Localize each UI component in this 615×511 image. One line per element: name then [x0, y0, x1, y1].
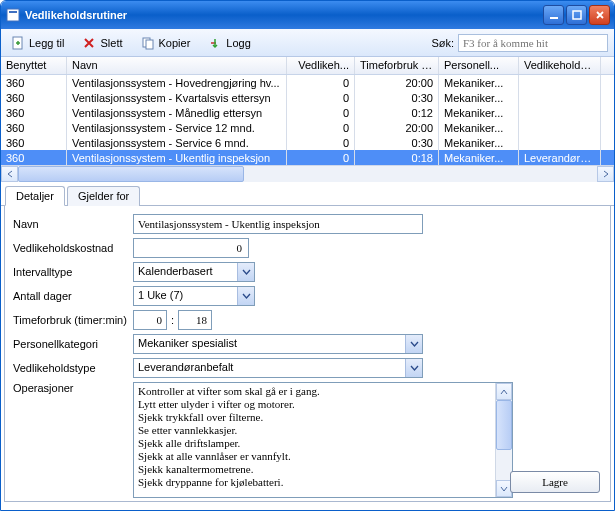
operation-line: Sjekk at alle vannlåser er vannfylt. — [138, 450, 508, 463]
combo-intervalltype[interactable]: Kalenderbasert — [133, 262, 255, 282]
table-row[interactable]: 360Ventilasjonssystem - Kvartalsvis ette… — [1, 90, 614, 105]
copy-button[interactable]: Kopier — [137, 34, 195, 52]
cell: 0:12 — [355, 105, 439, 120]
tab-gjelder-for[interactable]: Gjelder for — [67, 186, 140, 206]
cell: Mekaniker... — [439, 75, 519, 90]
scroll-right-icon[interactable] — [597, 166, 614, 182]
window-icon — [5, 7, 21, 23]
page-add-icon — [11, 36, 25, 50]
cell: Mekaniker... — [439, 90, 519, 105]
log-button[interactable]: Logg — [204, 34, 254, 52]
operation-line: Sjekk alle driftslamper. — [138, 437, 508, 450]
label-navn: Navn — [13, 218, 133, 230]
combo-type[interactable]: Leverandøranbefalt — [133, 358, 423, 378]
time-colon: : — [167, 314, 178, 326]
svg-rect-6 — [146, 40, 153, 49]
scroll-thumb[interactable] — [18, 166, 244, 182]
save-button[interactable]: Lagre — [510, 471, 600, 493]
grid-horizontal-scrollbar[interactable] — [1, 165, 614, 182]
detail-form: Navn Vedlikeholdskostnad Intervalltype K… — [4, 206, 611, 502]
combo-personell-value: Mekaniker spesialist — [134, 335, 405, 353]
maximize-button[interactable] — [566, 5, 587, 25]
svg-rect-3 — [573, 11, 581, 19]
input-minutes[interactable] — [178, 310, 212, 330]
scroll-left-icon[interactable] — [1, 166, 18, 182]
chevron-down-icon[interactable] — [405, 359, 422, 377]
combo-intervalltype-value: Kalenderbasert — [134, 263, 237, 281]
cell — [519, 120, 601, 135]
delete-x-icon — [82, 36, 96, 50]
combo-dager[interactable]: 1 Uke (7) — [133, 286, 255, 306]
log-arrow-icon — [208, 36, 222, 50]
tabstrip: Detaljer Gjelder for — [1, 186, 614, 206]
cell — [519, 75, 601, 90]
cell: Ventilasjonssystem - Service 6 mnd. — [67, 135, 287, 150]
cell: Ventilasjonssystem - Månedlig ettersyn — [67, 105, 287, 120]
cell: 0 — [287, 150, 355, 165]
svg-rect-1 — [9, 11, 17, 13]
table-row[interactable]: 360Ventilasjonssystem - Månedlig ettersy… — [1, 105, 614, 120]
table-row[interactable]: 360Ventilasjonssystem - Ukentlig inspeks… — [1, 150, 614, 165]
combo-type-value: Leverandøranbefalt — [134, 359, 405, 377]
cell: 0 — [287, 75, 355, 90]
cell: 0:30 — [355, 90, 439, 105]
window-titlebar: Vedlikeholdsrutiner — [1, 1, 614, 29]
minimize-button[interactable] — [543, 5, 564, 25]
cell: 360 — [1, 135, 67, 150]
toolbar: Legg til Slett Kopier Logg Søk: — [1, 29, 614, 57]
cell: 0 — [287, 90, 355, 105]
cell — [519, 105, 601, 120]
cell — [519, 135, 601, 150]
cell: Mekaniker... — [439, 135, 519, 150]
combo-personell[interactable]: Mekaniker spesialist — [133, 334, 423, 354]
cell — [519, 90, 601, 105]
cell: 20:00 — [355, 120, 439, 135]
chevron-down-icon[interactable] — [405, 335, 422, 353]
table-row[interactable]: 360Ventilasjonssystem - Service 12 mnd.0… — [1, 120, 614, 135]
copy-label: Kopier — [159, 37, 191, 49]
cell: 0 — [287, 135, 355, 150]
cell: Mekaniker... — [439, 105, 519, 120]
cell: Mekaniker... — [439, 120, 519, 135]
tab-detaljer[interactable]: Detaljer — [5, 186, 65, 206]
col-header-vedlikeh[interactable]: Vedlikeh... — [287, 57, 355, 74]
search-box: Søk: — [431, 34, 608, 52]
combo-dager-value: 1 Uke (7) — [134, 287, 237, 305]
cell: 20:00 — [355, 75, 439, 90]
log-label: Logg — [226, 37, 250, 49]
window-title: Vedlikeholdsrutiner — [25, 9, 541, 21]
table-row[interactable]: 360Ventilasjonssystem - Hovedrengjøring … — [1, 75, 614, 90]
close-button[interactable] — [589, 5, 610, 25]
chevron-down-icon[interactable] — [237, 287, 254, 305]
col-header-benyttet[interactable]: Benyttet — [1, 57, 67, 74]
delete-button[interactable]: Slett — [78, 34, 126, 52]
chevron-down-icon[interactable] — [237, 263, 254, 281]
svg-rect-2 — [550, 17, 558, 19]
search-label: Søk: — [431, 37, 454, 49]
cell: 0 — [287, 105, 355, 120]
scroll-thumb[interactable] — [496, 400, 512, 450]
input-navn[interactable] — [133, 214, 423, 234]
textarea-operasjoner[interactable]: Kontroller at vifter som skal gå er i ga… — [133, 382, 513, 498]
col-header-personell[interactable]: Personell... — [439, 57, 519, 74]
input-kostnad[interactable] — [133, 238, 249, 258]
add-label: Legg til — [29, 37, 64, 49]
scroll-up-icon[interactable] — [496, 383, 512, 400]
col-header-timeforbruk[interactable]: Timeforbruk (... — [355, 57, 439, 74]
table-row[interactable]: 360Ventilasjonssystem - Service 6 mnd.00… — [1, 135, 614, 150]
cell: Mekaniker... — [439, 150, 519, 165]
add-button[interactable]: Legg til — [7, 34, 68, 52]
cell: 360 — [1, 120, 67, 135]
cell: Ventilasjonssystem - Service 12 mnd. — [67, 120, 287, 135]
input-hours[interactable] — [133, 310, 167, 330]
col-header-navn[interactable]: Navn — [67, 57, 287, 74]
label-timeforbruk: Timeforbruk (timer:min) — [13, 314, 133, 326]
operation-line: Sjekk trykkfall over filterne. — [138, 411, 508, 424]
col-header-type[interactable]: Vedlikeholdstype — [519, 57, 601, 74]
label-type: Vedlikeholdstype — [13, 362, 133, 374]
search-input[interactable] — [458, 34, 608, 52]
cell: Ventilasjonssystem - Ukentlig inspeksjon — [67, 150, 287, 165]
label-intervalltype: Intervalltype — [13, 266, 133, 278]
operation-line: Se etter vannlekkasjer. — [138, 424, 508, 437]
label-operasjoner: Operasjoner — [13, 382, 133, 394]
